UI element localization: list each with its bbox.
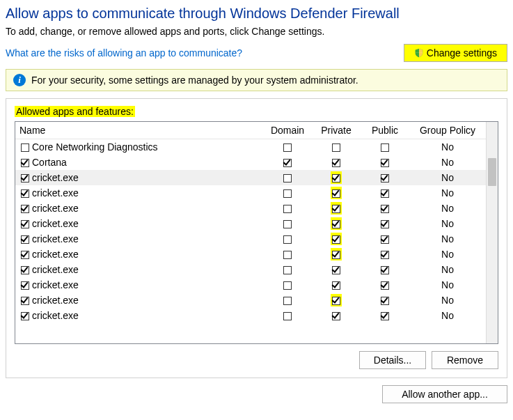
allowed-apps-panel: Allowed apps and features: Name Domain P… xyxy=(6,98,507,378)
checkbox[interactable] xyxy=(331,217,342,230)
app-name: cricket.exe xyxy=(32,279,79,290)
checkbox[interactable] xyxy=(331,187,342,199)
table-row[interactable]: cricket.exeNo xyxy=(15,170,486,185)
checkbox[interactable] xyxy=(379,217,390,230)
checkbox[interactable] xyxy=(282,202,293,215)
checkbox[interactable] xyxy=(282,263,293,276)
remove-button[interactable]: Remove xyxy=(432,351,498,369)
details-button[interactable]: Details... xyxy=(359,351,426,369)
table-row[interactable]: cricket.exeNo xyxy=(15,216,486,231)
policy-cell: No xyxy=(409,185,486,201)
scrollbar[interactable] xyxy=(486,122,498,343)
table-row[interactable]: cricket.exeNo xyxy=(15,293,486,308)
checkbox[interactable] xyxy=(282,279,293,291)
checkbox[interactable] xyxy=(331,248,342,260)
policy-cell: No xyxy=(409,231,486,247)
app-name: cricket.exe xyxy=(32,264,79,275)
col-header-name[interactable]: Name xyxy=(15,122,263,139)
policy-cell: No xyxy=(409,277,486,293)
checkbox[interactable] xyxy=(19,294,31,306)
checkbox[interactable] xyxy=(331,309,342,322)
checkbox[interactable] xyxy=(19,279,31,291)
table-row[interactable]: CortanaNo xyxy=(15,155,486,170)
col-header-private[interactable]: Private xyxy=(312,122,361,139)
checkbox[interactable] xyxy=(19,309,31,322)
table-row[interactable]: Core Networking DiagnosticsNo xyxy=(15,139,486,155)
checkbox[interactable] xyxy=(331,171,342,184)
policy-cell: No xyxy=(409,308,486,323)
checkbox[interactable] xyxy=(282,248,293,260)
table-row[interactable]: cricket.exeNo xyxy=(15,308,486,323)
checkbox[interactable] xyxy=(19,263,31,276)
checkbox[interactable] xyxy=(19,248,31,260)
checkbox[interactable] xyxy=(379,141,390,153)
col-header-public[interactable]: Public xyxy=(361,122,409,139)
checkbox[interactable] xyxy=(379,263,390,276)
info-icon: i xyxy=(13,74,26,86)
checkbox[interactable] xyxy=(282,233,293,245)
policy-cell: No xyxy=(409,170,486,185)
app-name: cricket.exe xyxy=(32,203,79,214)
checkbox[interactable] xyxy=(282,294,293,306)
table-row[interactable]: cricket.exeNo xyxy=(15,231,486,247)
checkbox[interactable] xyxy=(19,171,31,184)
table-row[interactable]: cricket.exeNo xyxy=(15,185,486,201)
checkbox[interactable] xyxy=(379,309,390,322)
checkbox[interactable] xyxy=(331,279,342,291)
checkbox[interactable] xyxy=(331,141,342,153)
table-row[interactable]: cricket.exeNo xyxy=(15,201,486,216)
policy-cell: No xyxy=(409,201,486,216)
scroll-thumb[interactable] xyxy=(488,158,496,186)
app-name: cricket.exe xyxy=(32,249,79,260)
page-title: Allow apps to communicate through Window… xyxy=(6,6,507,22)
app-name: cricket.exe xyxy=(32,310,79,321)
checkbox[interactable] xyxy=(19,187,31,199)
checkbox[interactable] xyxy=(379,202,390,215)
checkbox[interactable] xyxy=(379,248,390,260)
table-row[interactable]: cricket.exeNo xyxy=(15,247,486,262)
apps-table: Name Domain Private Public Group Policy … xyxy=(15,122,486,323)
app-name: cricket.exe xyxy=(32,218,79,229)
checkbox[interactable] xyxy=(379,156,390,169)
checkbox[interactable] xyxy=(379,171,390,184)
checkbox[interactable] xyxy=(19,217,31,230)
checkbox[interactable] xyxy=(282,217,293,230)
table-row[interactable]: cricket.exeNo xyxy=(15,277,486,293)
checkbox[interactable] xyxy=(282,309,293,322)
checkbox[interactable] xyxy=(19,141,31,153)
checkbox[interactable] xyxy=(282,171,293,184)
table-row[interactable]: cricket.exeNo xyxy=(15,262,486,277)
checkbox[interactable] xyxy=(282,187,293,199)
checkbox[interactable] xyxy=(331,294,342,306)
checkbox[interactable] xyxy=(331,156,342,169)
checkbox[interactable] xyxy=(331,202,342,215)
app-name: cricket.exe xyxy=(32,172,79,183)
checkbox[interactable] xyxy=(282,156,293,169)
policy-cell: No xyxy=(409,139,486,155)
checkbox[interactable] xyxy=(19,202,31,215)
checkbox[interactable] xyxy=(331,233,342,245)
policy-cell: No xyxy=(409,262,486,277)
col-header-policy[interactable]: Group Policy xyxy=(409,122,486,139)
allow-another-app-button[interactable]: Allow another app... xyxy=(382,385,507,403)
risk-link[interactable]: What are the risks of allowing an app to… xyxy=(6,47,242,59)
checkbox[interactable] xyxy=(331,263,342,276)
checkbox[interactable] xyxy=(19,233,31,245)
checkbox[interactable] xyxy=(379,187,390,199)
change-settings-label: Change settings xyxy=(427,47,497,59)
shield-icon xyxy=(414,48,424,58)
info-message: For your security, some settings are man… xyxy=(31,75,358,86)
checkbox[interactable] xyxy=(379,279,390,291)
change-settings-button[interactable]: Change settings xyxy=(404,44,507,62)
checkbox[interactable] xyxy=(379,294,390,306)
checkbox[interactable] xyxy=(379,233,390,245)
section-label: Allowed apps and features: xyxy=(15,106,135,117)
checkbox[interactable] xyxy=(19,156,31,169)
policy-cell: No xyxy=(409,155,486,170)
app-name: Cortana xyxy=(32,157,67,168)
checkbox[interactable] xyxy=(282,141,293,153)
page-subtitle: To add, change, or remove allowed apps a… xyxy=(6,26,507,37)
policy-cell: No xyxy=(409,247,486,262)
app-name: cricket.exe xyxy=(32,233,79,244)
col-header-domain[interactable]: Domain xyxy=(263,122,312,139)
